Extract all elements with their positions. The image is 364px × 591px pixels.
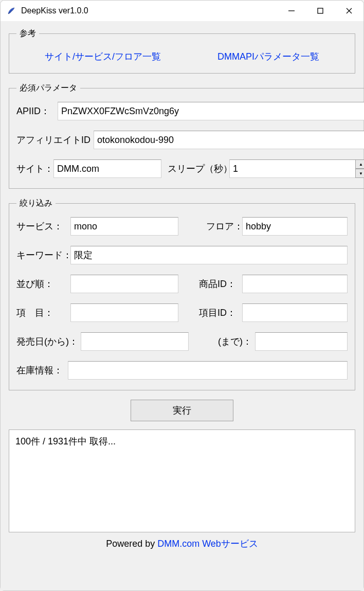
affiliate-id-label: アフィリエイトID： [16, 134, 94, 146]
date-to-input[interactable] [255, 332, 348, 351]
window-title: DeepKiss ver1.0.0 [21, 6, 277, 15]
triangle-up-icon: ▲ [359, 162, 363, 167]
run-button[interactable]: 実行 [131, 400, 233, 421]
required-params-group: 必須パラメータ APIID： アフィリエイトID： サイト： スリープ（秒）： … [9, 83, 364, 189]
date-to-label: (まで)： [218, 335, 255, 348]
affiliate-id-input[interactable] [94, 131, 364, 149]
reference-legend: 参考 [16, 28, 39, 39]
item-label: 項 目： [16, 307, 70, 319]
item-id-input[interactable] [242, 303, 348, 322]
sleep-label: スリープ（秒）： [168, 163, 229, 175]
close-icon [345, 7, 353, 14]
product-id-label: 商品ID： [199, 278, 242, 290]
sort-label: 並び順： [16, 278, 70, 290]
floor-label: フロア： [206, 220, 242, 232]
footer-link[interactable]: DMM.com Webサービス [157, 539, 258, 549]
link-sites-services-floors[interactable]: サイト/サービス/フロア一覧 [45, 50, 161, 63]
sleep-input[interactable] [229, 159, 355, 178]
date-from-input[interactable] [81, 332, 189, 351]
content-area: 参考 サイト/サービス/フロア一覧 DMMAPIパラメータ一覧 必須パラメータ … [1, 21, 363, 590]
keyword-input[interactable] [70, 246, 348, 264]
site-label: サイト： [16, 163, 53, 175]
app-window: DeepKiss ver1.0.0 参考 サイト/サービス/フロア一覧 DMMA… [0, 0, 364, 591]
site-input[interactable] [53, 159, 161, 178]
log-output[interactable]: 100件 / 1931件中 取得... [9, 429, 355, 532]
reference-group: 参考 サイト/サービス/フロア一覧 DMMAPIパラメータ一覧 [9, 28, 355, 74]
link-dmm-api-params[interactable]: DMMAPIパラメータ一覧 [217, 50, 319, 63]
sleep-spin-up[interactable]: ▲ [355, 159, 364, 169]
sleep-spin-down[interactable]: ▼ [355, 169, 364, 178]
filter-group: 絞り込み サービス： フロア： キーワード： 並び順： 商品ID： 項 [9, 198, 355, 390]
stock-label: 在庫情報： [16, 364, 68, 377]
item-input[interactable] [70, 303, 178, 322]
keyword-label: キーワード： [16, 249, 70, 261]
stock-input[interactable] [68, 361, 348, 380]
maximize-button[interactable] [306, 1, 335, 21]
triangle-down-icon: ▼ [359, 171, 363, 176]
filter-legend: 絞り込み [16, 198, 56, 209]
service-label: サービス： [16, 220, 70, 232]
window-controls [277, 1, 363, 21]
sort-input[interactable] [70, 275, 178, 293]
log-text: 100件 / 1931件中 取得... [15, 436, 116, 446]
footer: Powered by DMM.com Webサービス [9, 538, 355, 550]
date-from-label: 発売日(から)： [16, 335, 81, 348]
product-id-input[interactable] [242, 275, 348, 293]
floor-input[interactable] [242, 217, 348, 236]
minimize-button[interactable] [277, 1, 306, 21]
api-id-input[interactable] [58, 102, 364, 120]
minimize-icon [288, 7, 295, 14]
feather-icon [7, 6, 16, 15]
item-id-label: 項目ID： [199, 307, 242, 319]
maximize-icon [317, 7, 324, 14]
api-id-label: APIID： [16, 105, 58, 117]
titlebar: DeepKiss ver1.0.0 [1, 1, 363, 21]
close-button[interactable] [335, 1, 363, 21]
svg-rect-1 [318, 8, 323, 13]
footer-prefix: Powered by [106, 539, 157, 549]
required-legend: 必須パラメータ [16, 83, 80, 94]
service-input[interactable] [70, 217, 178, 236]
